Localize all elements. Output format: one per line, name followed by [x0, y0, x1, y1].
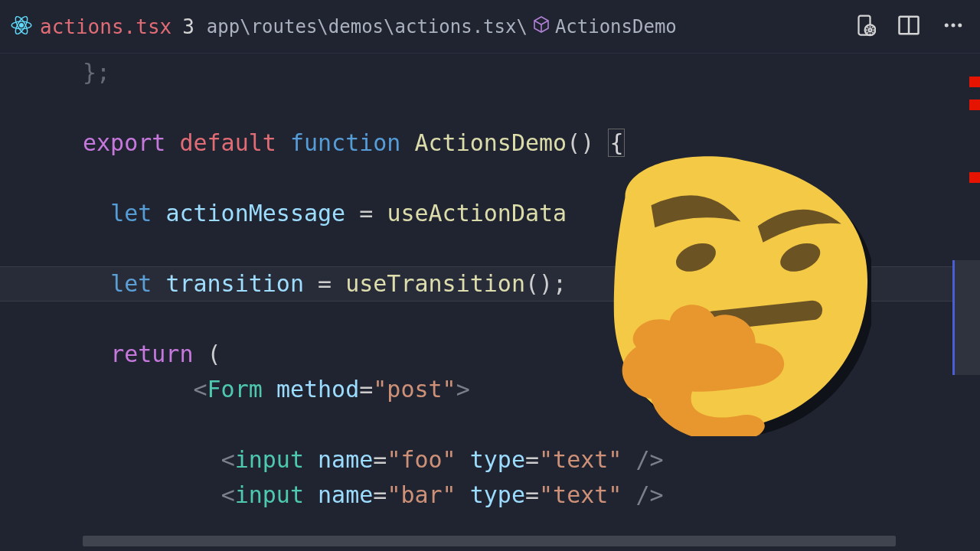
code-line-blank [83, 407, 980, 442]
svg-point-11 [958, 24, 962, 28]
code-line-export: export default function ActionsDemo() { [83, 126, 980, 161]
code-line-blank [83, 161, 980, 196]
minimap-viewport[interactable] [952, 260, 980, 375]
breadcrumb-symbol: ActionsDemo [555, 16, 677, 37]
error-marker[interactable] [969, 77, 980, 87]
code-line-blank [83, 90, 980, 126]
error-marker[interactable] [969, 172, 980, 183]
code-line-input2: <input name="bar" type="text" /> [83, 478, 980, 513]
more-actions-icon[interactable] [942, 14, 965, 40]
code-line-return: return ( [83, 337, 980, 372]
breadcrumb-path: app\routes\demos\actions.tsx\ [207, 16, 528, 37]
tab-modified-count: 3 [182, 15, 194, 38]
tab-bar: actions.tsx 3 app\routes\demos\actions.t… [0, 0, 980, 54]
react-file-icon [11, 15, 32, 39]
horizontal-scrollbar[interactable] [83, 536, 896, 546]
split-editor-icon[interactable] [897, 14, 920, 40]
toolbar-right [853, 0, 965, 54]
code-line-input1: <input name="foo" type="text" /> [83, 442, 980, 478]
overview-ruler[interactable] [952, 54, 980, 551]
svg-point-0 [20, 23, 24, 27]
code-line-blank [83, 302, 980, 337]
svg-point-9 [945, 24, 949, 28]
code-line-actionmessage: let actionMessage = useActionData [83, 196, 980, 231]
code-editor[interactable]: }; export default function ActionsDemo()… [0, 54, 980, 551]
code-line-form-close: </Form> [83, 548, 980, 551]
module-icon [529, 15, 554, 38]
svg-point-10 [952, 24, 956, 28]
code-line: }; [83, 55, 980, 90]
webview-devtools-icon[interactable] [853, 14, 876, 40]
editor-tab[interactable]: actions.tsx 3 [11, 15, 194, 39]
code-line-blank [83, 231, 980, 266]
tab-filename: actions.tsx [40, 15, 172, 38]
code-line-form-open: <Form method="post"> [83, 372, 980, 407]
error-marker[interactable] [969, 99, 980, 110]
breadcrumb[interactable]: app\routes\demos\actions.tsx\ ActionsDem… [207, 15, 677, 38]
